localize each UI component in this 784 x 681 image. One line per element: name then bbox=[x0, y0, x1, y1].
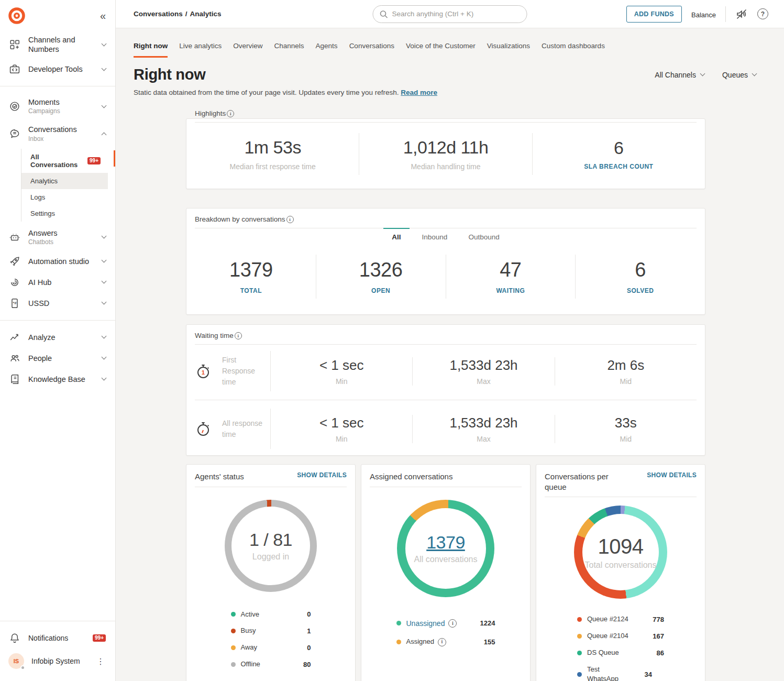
legend-row-offline: Offline 80 bbox=[231, 660, 311, 669]
cell-max: 1,533d 23hMax bbox=[412, 415, 554, 443]
tab-right-now[interactable]: Right now bbox=[134, 42, 168, 58]
knowledge-base-icon bbox=[8, 374, 21, 385]
tab-live-analytics[interactable]: Live analytics bbox=[179, 42, 222, 58]
unassigned-link[interactable]: Unassigned bbox=[406, 618, 445, 629]
breakdown-tab-outbound[interactable]: Outbound bbox=[467, 228, 500, 241]
breadcrumb-separator: / bbox=[185, 10, 187, 18]
add-funds-button[interactable]: ADD FUNDS bbox=[626, 6, 682, 23]
analytics-tabs: Right now Live analytics Overview Channe… bbox=[134, 42, 784, 58]
chevron-down-icon bbox=[102, 103, 107, 108]
legend-dot bbox=[231, 629, 236, 633]
legend-dot bbox=[577, 617, 582, 622]
sidebar-item-moments[interactable]: MomentsCampaigns bbox=[0, 93, 115, 120]
cell-max: 1,533d 23hMax bbox=[412, 357, 554, 386]
sidebar-item-sublabel: Campaigns bbox=[28, 107, 95, 115]
sidebar-item-label: USSD bbox=[28, 299, 95, 308]
card-title: Highlights bbox=[195, 109, 697, 117]
breakdown-tab-all[interactable]: All bbox=[391, 228, 402, 241]
read-more-link[interactable]: Read more bbox=[401, 89, 437, 96]
sidebar-item-label: People bbox=[28, 354, 95, 363]
page-title: Right now bbox=[134, 66, 205, 83]
info-icon[interactable] bbox=[438, 638, 446, 646]
agents-show-details-link[interactable]: SHOW DETAILS bbox=[297, 471, 347, 479]
info-icon[interactable] bbox=[448, 619, 457, 628]
legend-dot bbox=[577, 672, 582, 677]
sidebar-item-label: Channels and Numbers bbox=[28, 35, 95, 54]
tab-custom-dashboards[interactable]: Custom dashboards bbox=[542, 42, 605, 58]
kebab-menu-icon[interactable]: ⋮ bbox=[95, 656, 106, 666]
highlights-card: Highlights 1m 53s Median first response … bbox=[186, 118, 705, 189]
sidebar-item-knowledge-base[interactable]: Knowledge Base bbox=[0, 369, 115, 390]
sidebar-item-label: Automation studio bbox=[28, 257, 95, 266]
help-icon[interactable] bbox=[757, 8, 768, 19]
profile-item[interactable]: IS Infobip System ⋮ bbox=[0, 649, 115, 674]
chevron-down-icon bbox=[102, 258, 107, 263]
search-input[interactable] bbox=[373, 5, 527, 23]
legend-dot bbox=[231, 645, 236, 650]
breadcrumb-page: Analytics bbox=[190, 10, 222, 18]
sidebar-item-label: Knowledge Base bbox=[28, 375, 95, 384]
filters: All Channels Queues bbox=[655, 71, 756, 79]
sidebar-divider bbox=[0, 320, 115, 321]
sidebar-item-people[interactable]: People bbox=[0, 348, 115, 369]
legend-row-ds-queue: DS Queue 86 bbox=[577, 648, 664, 658]
channels-and-numbers-icon bbox=[8, 39, 21, 50]
moments-icon bbox=[8, 101, 21, 112]
sla-breach-link[interactable]: SLA BREACH COUNT bbox=[584, 163, 653, 170]
stopwatch-icon bbox=[195, 421, 222, 437]
stopwatch-1-icon: 1 bbox=[195, 363, 222, 380]
sidebar-item-automation-studio[interactable]: Automation studio bbox=[0, 251, 115, 272]
chevron-down-icon bbox=[102, 300, 107, 305]
sidebar-item-analyze[interactable]: Analyze bbox=[0, 327, 115, 348]
sidebar-item-settings[interactable]: Settings bbox=[21, 205, 108, 222]
stat-median-first-response: 1m 53s Median first response time bbox=[186, 133, 359, 175]
channels-filter-dropdown[interactable]: All Channels bbox=[655, 71, 704, 79]
tab-channels[interactable]: Channels bbox=[274, 42, 304, 58]
queues-donut-chart: 1094 Total conversations bbox=[574, 506, 667, 599]
tab-visualizations[interactable]: Visualizations bbox=[487, 42, 530, 58]
sidebar-item-ai-hub[interactable]: AI Hub bbox=[0, 272, 115, 293]
profile-name: Infobip System bbox=[31, 657, 88, 665]
sidebar-item-label: Conversations bbox=[28, 125, 77, 134]
assigned-donut-chart: 1379 All conversations bbox=[397, 500, 494, 597]
tab-conversations[interactable]: Conversations bbox=[349, 42, 394, 58]
sidebar-item-answers[interactable]: AnswersChatbots bbox=[0, 224, 115, 251]
sidebar-item-conversations[interactable]: ConversationsInbox bbox=[0, 120, 115, 147]
legend-dot bbox=[231, 612, 236, 617]
search-icon bbox=[380, 10, 388, 18]
mute-speaker-icon[interactable] bbox=[735, 8, 748, 20]
tab-voice-of-the-customer[interactable]: Voice of the Customer bbox=[406, 42, 476, 58]
queues-show-details-link[interactable]: SHOW DETAILS bbox=[647, 471, 697, 479]
sidebar-item-all-conversations[interactable]: All Conversations 99+ bbox=[21, 149, 108, 173]
sidebar-item-developer-tools[interactable]: Developer Tools bbox=[0, 59, 115, 80]
sidebar-item-ussd[interactable]: *# USSD bbox=[0, 293, 115, 314]
info-icon[interactable] bbox=[235, 332, 242, 339]
app-root: « Channels and Numbers Developer Tools M… bbox=[0, 0, 784, 681]
chevron-down-icon bbox=[102, 41, 107, 46]
all-response-time-row: All response time < 1 secMin 1,533d 23hM… bbox=[186, 402, 705, 455]
stat-solved: 6 SOLVED bbox=[575, 255, 705, 299]
sidebar-divider bbox=[0, 621, 115, 621]
sidebar-collapse-icon[interactable]: « bbox=[100, 10, 106, 21]
ai-hub-icon bbox=[8, 277, 21, 288]
info-icon[interactable] bbox=[286, 216, 294, 223]
automation-studio-icon bbox=[8, 256, 21, 267]
infobip-logo bbox=[7, 6, 26, 25]
breadcrumb-section[interactable]: Conversations bbox=[134, 10, 183, 18]
sidebar-item-analytics[interactable]: Analytics bbox=[21, 173, 108, 189]
tab-overview[interactable]: Overview bbox=[233, 42, 262, 58]
total-conversations-count: 1094 bbox=[598, 535, 644, 558]
queues-filter-dropdown[interactable]: Queues bbox=[722, 71, 756, 79]
tab-agents[interactable]: Agents bbox=[316, 42, 338, 58]
breakdown-tab-inbound[interactable]: Inbound bbox=[421, 228, 449, 241]
sidebar-item-channels-and-numbers[interactable]: Channels and Numbers bbox=[0, 30, 115, 59]
svg-text:*#: *# bbox=[13, 301, 17, 305]
svg-text:1: 1 bbox=[202, 369, 205, 376]
notifications-item[interactable]: Notifications 99+ bbox=[0, 628, 115, 649]
chevron-down-icon bbox=[752, 71, 757, 76]
sidebar-item-logs[interactable]: Logs bbox=[21, 189, 108, 205]
agents-status-card: Agents' status SHOW DETAILS 1 / 81 Logge… bbox=[186, 464, 356, 681]
all-conversations-link[interactable]: 1379 bbox=[426, 532, 465, 553]
legend-row-unassigned: Unassigned 1224 bbox=[396, 618, 495, 629]
info-icon[interactable] bbox=[227, 110, 234, 117]
